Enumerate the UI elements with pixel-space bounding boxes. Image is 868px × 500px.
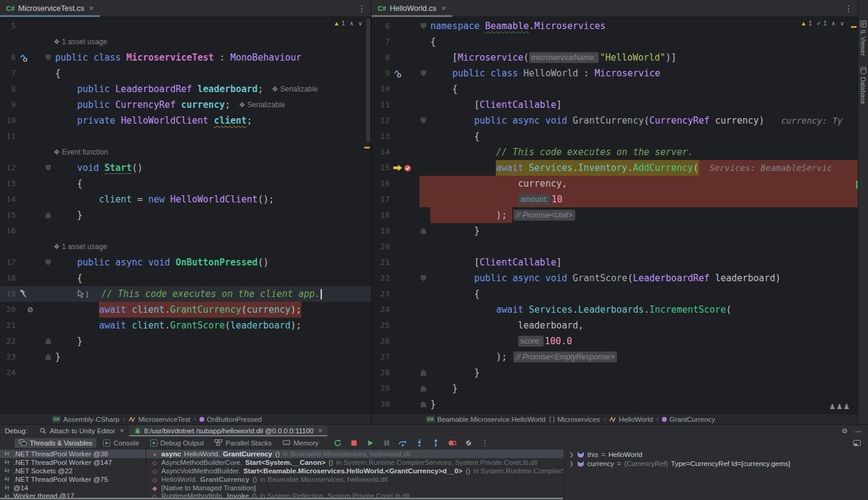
- code-text[interactable]: namespace Beamable.Microservices: [427, 18, 858, 34]
- code-text[interactable]: client = new HelloWorldClient();: [52, 192, 371, 207]
- fold-column[interactable]: [419, 365, 427, 381]
- line-number[interactable]: 20: [372, 239, 390, 255]
- fold-marker-icon[interactable]: [45, 212, 51, 218]
- fold-column[interactable]: [44, 176, 52, 192]
- line-number[interactable]: 24: [0, 365, 16, 381]
- gutter-icons[interactable]: [16, 192, 44, 207]
- close-icon[interactable]: ×: [119, 426, 124, 435]
- fold-column[interactable]: [44, 349, 52, 365]
- line-number[interactable]: 8: [0, 81, 16, 97]
- fold-column[interactable]: [44, 18, 52, 34]
- gutter-icons[interactable]: [390, 349, 419, 365]
- more-button[interactable]: ⋮: [478, 437, 492, 448]
- breadcrumb-item[interactable]: GrantCurrency: [662, 416, 715, 423]
- gutter-icons[interactable]: [16, 128, 44, 144]
- fold-marker-icon[interactable]: [421, 370, 426, 376]
- thread-row[interactable]: .NET ThreadPool Worker @38: [0, 450, 145, 458]
- fold-column[interactable]: [419, 65, 427, 81]
- gutter-icons[interactable]: [390, 302, 419, 318]
- stack-frame-row[interactable]: ◇HelloWorld.GrantCurrency() in Beamable.…: [146, 475, 564, 484]
- code-text[interactable]: leaderboard,: [427, 318, 858, 333]
- code-text[interactable]: currency,: [427, 176, 858, 192]
- stack-frame-row[interactable]: ◆[Native to Managed Transition]: [146, 484, 564, 492]
- warning-stripe-mark[interactable]: [851, 26, 856, 28]
- resume-button[interactable]: [363, 437, 378, 448]
- gutter-icons[interactable]: [390, 333, 419, 349]
- code-text[interactable]: {: [52, 270, 371, 286]
- line-number[interactable]: 11: [372, 97, 390, 113]
- fold-column[interactable]: [419, 176, 427, 192]
- debug-view-tab-debug-output[interactable]: Debug Output: [146, 438, 209, 448]
- gutter-icons[interactable]: [390, 207, 419, 223]
- code-text[interactable]: }: [427, 381, 858, 396]
- code-text[interactable]: public CurrencyRef currency;❖ Serializab…: [52, 97, 371, 113]
- settings-gear-icon[interactable]: ⚙: [841, 427, 847, 435]
- debug-session-tab[interactable]: Attach to Unity Editor×: [35, 425, 129, 436]
- code-text[interactable]: [52, 18, 371, 34]
- mute-breakpoints-button[interactable]: [461, 437, 476, 448]
- line-number[interactable]: 23: [372, 286, 390, 302]
- code-text[interactable]: public LeaderboardRef leaderboard;❖ Seri…: [52, 81, 371, 97]
- gutter-icons[interactable]: [16, 18, 44, 34]
- code-text[interactable]: amount:10: [427, 192, 858, 207]
- tool-window-button-database[interactable]: Database: [860, 67, 867, 104]
- next-issue-icon[interactable]: ∨: [358, 20, 362, 27]
- line-number[interactable]: 27: [372, 349, 390, 365]
- variables-panel[interactable]: ❯this = HelloWorld❯currency = {CurrencyR…: [564, 450, 868, 498]
- tool-window-button-il-viewer[interactable]: IL Viewer: [860, 21, 867, 56]
- code-text[interactable]: }: [427, 223, 858, 239]
- gutter-icons[interactable]: [390, 176, 419, 192]
- fold-column[interactable]: [419, 381, 427, 396]
- gutter-icons[interactable]: [16, 349, 44, 365]
- line-number[interactable]: 15: [372, 160, 390, 176]
- fold-column[interactable]: [44, 302, 52, 318]
- fold-column[interactable]: [44, 223, 52, 239]
- line-number[interactable]: 18: [372, 207, 390, 223]
- gutter-icons[interactable]: [16, 50, 44, 65]
- code-text[interactable]: }: [52, 349, 371, 365]
- rerun-debug-button[interactable]: [330, 437, 345, 448]
- gutter-icons[interactable]: [390, 286, 419, 302]
- step-over-button[interactable]: [396, 437, 410, 448]
- gutter-icons[interactable]: [390, 113, 419, 128]
- right-inspections-widget[interactable]: ▲ 1 ✔ 1 ∧ ∨: [801, 19, 844, 27]
- view-breakpoints-button[interactable]: [445, 437, 459, 448]
- thread-row[interactable]: .NET ThreadPool Worker @147: [0, 458, 145, 467]
- line-number[interactable]: 17: [372, 192, 390, 207]
- code-line[interactable]: 11 [ClientCallable]: [372, 97, 858, 113]
- left-inspections-widget[interactable]: ▲ 1 ∧ ∨: [333, 19, 362, 27]
- code-text[interactable]: score:100.0: [427, 333, 858, 349]
- line-number[interactable]: 12: [372, 113, 390, 128]
- gutter-icons[interactable]: [16, 65, 44, 81]
- pause-button[interactable]: [379, 437, 394, 448]
- stack-frames-list[interactable]: ●async HelloWorld.GrantCurrency() in Bea…: [146, 450, 564, 498]
- gutter-icons[interactable]: [390, 255, 419, 270]
- fold-marker-icon[interactable]: [421, 228, 426, 234]
- code-line[interactable]: 14 // This code executes on the server.: [372, 144, 858, 160]
- code-line[interactable]: 22 public async void GrantScore(Leaderbo…: [372, 270, 858, 286]
- inlay-hint[interactable]: score:: [518, 336, 544, 347]
- fold-column[interactable]: [44, 207, 52, 223]
- gutter-icons[interactable]: [390, 97, 419, 113]
- inheritance-marker-icon[interactable]: [19, 53, 28, 62]
- code-text[interactable]: void Start(): [52, 160, 371, 176]
- line-number[interactable]: 21: [0, 318, 16, 333]
- code-line[interactable]: 13 {: [372, 128, 858, 144]
- thread-row[interactable]: @14: [0, 484, 145, 492]
- fold-column[interactable]: [44, 365, 52, 381]
- right-editor-body[interactable]: 6namespace Beamable.Microservices7{8 [Mi…: [372, 17, 858, 414]
- line-number[interactable]: 19: [0, 286, 16, 302]
- code-vision-lens[interactable]: ❖ Event function: [0, 144, 371, 160]
- gutter-icons[interactable]: [390, 18, 419, 34]
- line-number[interactable]: 14: [0, 192, 16, 207]
- variable-row[interactable]: ❯currency = {CurrencyRef} Type=CurrencyR…: [564, 459, 868, 468]
- gutter-icons[interactable]: [16, 333, 44, 349]
- code-line[interactable]: 24: [0, 365, 371, 381]
- inlay-hint[interactable]: // Promise<EmptyResponse>: [513, 352, 617, 362]
- line-number[interactable]: 21: [372, 255, 390, 270]
- code-line[interactable]: 10 private HelloWorldClient client;: [0, 113, 371, 128]
- debug-view-tab-memory[interactable]: Memory: [278, 438, 323, 448]
- fold-column[interactable]: [419, 239, 427, 255]
- line-number[interactable]: 8: [372, 50, 390, 65]
- code-line[interactable]: 29 }: [372, 381, 858, 396]
